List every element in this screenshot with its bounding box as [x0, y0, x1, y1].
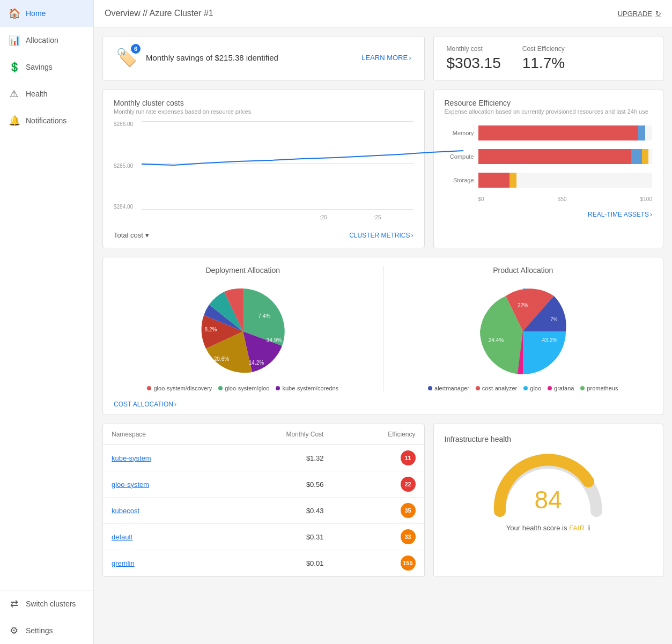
table-row: default $0.31 33: [103, 524, 424, 550]
product-allocation-title: Product Allocation: [493, 266, 553, 275]
bar-track-compute: [478, 149, 653, 164]
real-time-assets-link[interactable]: REAL-TIME ASSETS ›: [588, 211, 652, 218]
pie-prod-label-22: 22%: [518, 302, 528, 308]
savings-banner: 🏷️ 6 Monthly savings of $215.38 identifi…: [103, 36, 424, 78]
pie-label-20.6: 20.6%: [214, 356, 229, 362]
gauge-score-text: 84: [535, 486, 562, 514]
sidebar-label-switch-clusters: Switch clusters: [26, 599, 76, 608]
line-chart: $286.00 $285.00 $284.00: [143, 121, 413, 220]
sidebar-label-settings: Settings: [26, 626, 53, 635]
cost-efficiency-label: Cost Efficiency: [522, 45, 565, 53]
ns-link-default[interactable]: default: [112, 533, 132, 541]
ns-name: kubecost: [103, 498, 219, 524]
pie-prod-label-24: 24.4%: [489, 337, 504, 343]
ns-name: default: [103, 524, 219, 550]
legend-grafana: grafana: [548, 385, 574, 391]
sidebar-label-home: Home: [26, 9, 46, 18]
monthly-cost-value: $303.15: [447, 55, 501, 72]
bar-row-storage: Storage: [445, 173, 653, 188]
ns-link-gremlin[interactable]: gremlin: [112, 559, 135, 567]
deployment-pie-svg: 7.4% 34.9% 14.2% 20.6% 8.2%: [195, 283, 291, 380]
bar-fill-blue-memory: [638, 125, 645, 140]
allocation-icon: 📊: [9, 34, 19, 46]
cost-allocation-link[interactable]: COST ALLOCATION ›: [114, 401, 652, 408]
topbar: Overview // Azure Cluster #1 UPGRADE ↻: [94, 0, 672, 27]
legend-label-prometheus: prometheus: [587, 385, 618, 391]
total-cost-label: Total cost ▾: [114, 231, 149, 239]
bar-fill-blue-compute: [631, 149, 641, 164]
legend-dot-coredns: [276, 386, 280, 390]
ns-link-kube-system[interactable]: kube-system: [112, 454, 151, 462]
bar-track-memory: [478, 125, 653, 140]
bar-fill-yellow-storage: [509, 173, 516, 188]
bar-row-memory: Memory: [445, 125, 653, 140]
legend-gloo-prod: gloo: [523, 385, 541, 391]
deployment-legend: gloo-system/discovery gloo-system/gloo k…: [147, 385, 338, 391]
bar-row-compute: Compute: [445, 149, 653, 164]
x-axis-100: $100: [640, 196, 652, 202]
infrastructure-health: Infrastructure health 84 Your heal: [434, 424, 663, 543]
upgrade-button[interactable]: UPGRADE ↻: [618, 10, 661, 18]
ns-link-gloo-system[interactable]: gloo-system: [112, 480, 149, 488]
y-label-1: $286.00: [114, 121, 133, 127]
ns-link-kubecost[interactable]: kubecost: [112, 507, 139, 515]
health-label: Your health score is FAIR ℹ: [506, 524, 590, 532]
y-label-2: $285.00: [114, 163, 133, 169]
efficiency-badge-gloo-system: 22: [401, 477, 416, 492]
namespace-table-card: Namespace Monthly Cost Efficiency kube-s…: [102, 424, 425, 577]
bar-fill-red-storage: [478, 173, 509, 188]
legend-dot-grafana: [548, 386, 552, 390]
legend-dot-alertmanager: [428, 386, 432, 390]
sidebar-item-notifications[interactable]: 🔔 Notifications: [0, 107, 93, 134]
sidebar-item-settings[interactable]: ⚙ Settings: [0, 617, 93, 644]
cost-efficiency-item: Cost Efficiency 11.7%: [522, 45, 565, 72]
legend-dot-prometheus: [580, 386, 585, 390]
efficiency-badge-gremlin: 155: [401, 556, 416, 571]
chart-area: $286.00 $285.00 $284.00: [114, 121, 413, 210]
refresh-icon: ↻: [655, 10, 661, 18]
x-axis-labels: $0 $50 $100: [445, 196, 653, 202]
monthly-cost-label: Monthly cost: [447, 45, 501, 53]
info-icon[interactable]: ℹ: [588, 524, 590, 532]
legend-prometheus: prometheus: [580, 385, 618, 391]
learn-more-link[interactable]: LEARN MORE ›: [361, 54, 411, 62]
cluster-metrics-link[interactable]: CLUSTER METRICS ›: [349, 232, 413, 239]
product-pie-svg: 43.2% 24.4% 22% 7%: [475, 283, 571, 380]
sidebar-label-health: Health: [26, 90, 47, 98]
settings-icon: ⚙: [9, 625, 19, 636]
ns-cost: $0.31: [219, 524, 332, 550]
efficiency-badge-kube-system: 11: [401, 450, 416, 465]
monthly-costs-subtitle: Monthly run rate expenses based on resou…: [114, 108, 413, 115]
monthly-costs-footer: Total cost ▾ CLUSTER METRICS ›: [114, 231, 413, 239]
bar-label-memory: Memory: [445, 130, 474, 136]
deployment-pie: 7.4% 34.9% 14.2% 20.6% 8.2%: [195, 283, 291, 380]
dropdown-icon[interactable]: ▾: [145, 231, 149, 239]
ns-efficiency: 11: [332, 445, 424, 471]
pie-label-14.2: 14.2%: [249, 360, 264, 366]
sidebar-item-health[interactable]: ⚠ Health: [0, 80, 93, 107]
sidebar-item-switch-clusters[interactable]: ⇄ Switch clusters: [0, 590, 93, 617]
sidebar-item-savings[interactable]: 💲 Savings: [0, 54, 93, 80]
allocation-section: Deployment Allocation: [103, 257, 663, 414]
product-allocation: Product Allocation: [394, 266, 653, 391]
legend-label-gloo-prod: gloo: [530, 385, 541, 391]
ns-cost: $1.32: [219, 445, 332, 471]
sidebar-item-home[interactable]: 🏠 Home: [0, 0, 93, 27]
switch-clusters-icon: ⇄: [9, 598, 19, 610]
pie-prod-label-43: 43.2%: [542, 337, 557, 343]
health-icon: ⚠: [9, 88, 19, 100]
sidebar-label-allocation: Allocation: [26, 36, 58, 45]
resource-efficiency-subtitle: Expense allocation based on currently pr…: [445, 108, 653, 115]
legend-label-grafana: grafana: [554, 385, 574, 391]
ns-cost: $0.56: [219, 471, 332, 498]
x-label-1: :20: [320, 214, 327, 220]
ns-cost: $0.01: [219, 550, 332, 576]
cost-summary-card: Monthly cost $303.15 Cost Efficiency 11.…: [433, 36, 664, 81]
health-gauge-svg: 84: [489, 452, 607, 522]
resource-efficiency-card: Resource Efficiency Expense allocation b…: [433, 90, 664, 248]
monthly-cost-item: Monthly cost $303.15: [447, 45, 501, 72]
x-label-2: :25: [374, 214, 381, 220]
line-chart-svg: [142, 121, 413, 210]
savings-icon-wrap: 🏷️ 6: [116, 47, 137, 68]
sidebar-item-allocation[interactable]: 📊 Allocation: [0, 27, 93, 54]
